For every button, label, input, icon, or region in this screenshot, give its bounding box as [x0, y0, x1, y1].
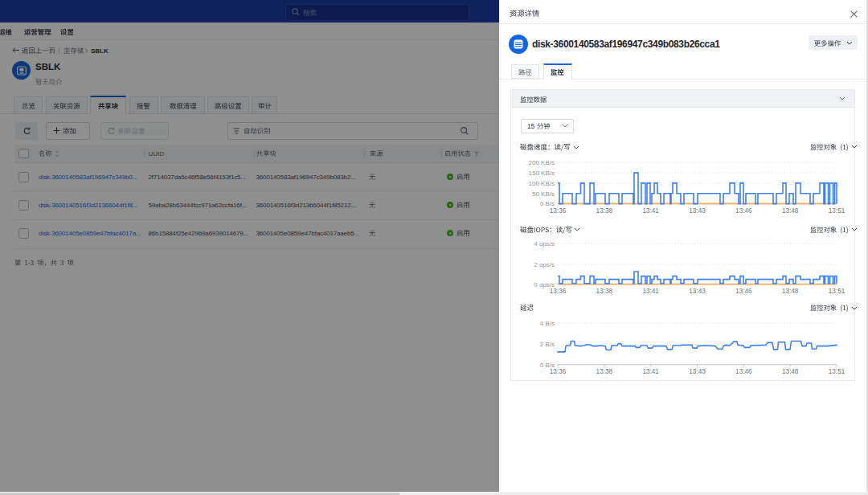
- svg-text:13:43: 13:43: [689, 288, 706, 295]
- svg-text:13:38: 13:38: [596, 288, 613, 295]
- svg-text:200 KB/s: 200 KB/s: [529, 159, 555, 166]
- svg-text:13:41: 13:41: [642, 207, 659, 215]
- svg-text:13:38: 13:38: [596, 368, 613, 375]
- svg-text:13:46: 13:46: [735, 207, 752, 215]
- svg-text:100 KB/s: 100 KB/s: [529, 180, 555, 187]
- svg-text:13:48: 13:48: [782, 288, 799, 295]
- svg-text:2 B/s: 2 B/s: [540, 341, 555, 348]
- svg-text:50 KB/s: 50 KB/s: [532, 190, 555, 198]
- svg-text:13:51: 13:51: [829, 207, 845, 215]
- svg-text:13:51: 13:51: [829, 368, 845, 375]
- svg-text:13:36: 13:36: [550, 288, 567, 295]
- svg-text:13:41: 13:41: [642, 368, 659, 375]
- svg-text:13:38: 13:38: [596, 207, 613, 215]
- svg-text:13:41: 13:41: [642, 288, 659, 295]
- svg-text:2 ops/s: 2 ops/s: [534, 261, 555, 268]
- svg-text:13:48: 13:48: [782, 368, 799, 375]
- svg-text:13:46: 13:46: [735, 288, 752, 295]
- svg-text:13:36: 13:36: [550, 207, 567, 215]
- svg-text:4 B/s: 4 B/s: [540, 320, 555, 327]
- svg-text:13:43: 13:43: [689, 368, 706, 375]
- svg-text:13:43: 13:43: [689, 207, 706, 215]
- svg-text:150 KB/s: 150 KB/s: [529, 170, 555, 177]
- svg-text:13:36: 13:36: [550, 368, 567, 375]
- svg-text:13:46: 13:46: [735, 368, 752, 375]
- svg-text:13:48: 13:48: [782, 207, 799, 215]
- svg-text:4 ops/s: 4 ops/s: [534, 240, 555, 248]
- svg-text:13:51: 13:51: [829, 288, 845, 295]
